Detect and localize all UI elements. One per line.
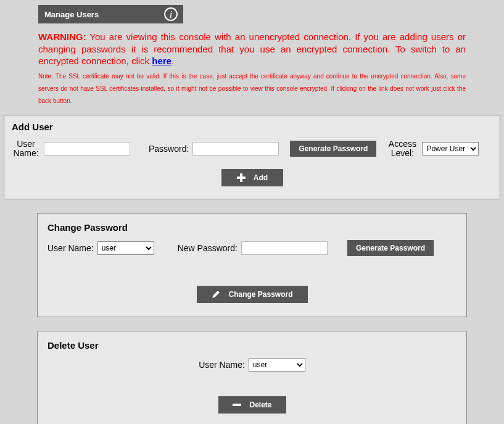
delete-user-title: Delete User [48,340,456,351]
encrypted-link[interactable]: here [152,56,171,66]
du-button-row: Delete [48,396,456,414]
warning-text: You are viewing this console with an une… [38,31,466,66]
svg-rect-3 [237,177,246,179]
warning-message: WARNING: You are viewing this console wi… [38,31,466,67]
add-button-row: Add [12,169,492,186]
minus-icon [232,400,242,410]
du-username-select[interactable]: user [249,358,305,372]
cp-button-row: Change Password [48,286,456,303]
add-user-panel: Add User UserName: Password: Generate Pa… [4,115,500,200]
svg-rect-4 [233,404,241,406]
change-password-button[interactable]: Change Password [197,286,308,303]
cp-newpassword-label: New Password: [178,243,238,253]
change-password-panel: Change Password User Name: user New Pass… [37,213,467,317]
page-title: Manage Users [44,10,99,19]
cp-username-select[interactable]: user [97,241,154,255]
add-button[interactable]: Add [221,169,283,186]
delete-button[interactable]: Delete [218,396,286,414]
page-banner: Manage Users i [38,5,183,23]
du-username-label: User Name: [199,360,245,370]
access-level-select[interactable]: Power User [422,142,479,156]
warning-label: WARNING: [38,31,86,42]
delete-user-panel: Delete User User Name: user Delete [37,331,467,424]
delete-user-row: User Name: user [48,358,456,372]
cp-generate-password-button[interactable]: Generate Password [347,240,434,256]
change-password-row: User Name: user New Password: Generate P… [48,240,456,256]
password-input[interactable] [192,142,279,156]
ssl-note: Note: The SSL certificate may not be val… [38,70,466,107]
add-user-title: Add User [12,122,492,132]
username-label: UserName: [12,139,40,159]
username-input[interactable] [44,142,130,156]
cp-newpassword-input[interactable] [241,241,328,255]
warning-after: . [171,56,174,66]
generate-password-button[interactable]: Generate Password [290,141,376,157]
add-user-row: UserName: Password: Generate Password Ac… [12,139,492,159]
info-icon[interactable]: i [163,7,178,22]
password-label: Password: [149,144,189,154]
cp-username-label: User Name: [48,243,94,253]
access-level-label: AccessLevel: [386,139,418,159]
plus-icon [236,173,246,183]
pencil-icon [211,289,221,299]
svg-text:i: i [170,9,172,20]
change-password-title: Change Password [48,222,456,233]
